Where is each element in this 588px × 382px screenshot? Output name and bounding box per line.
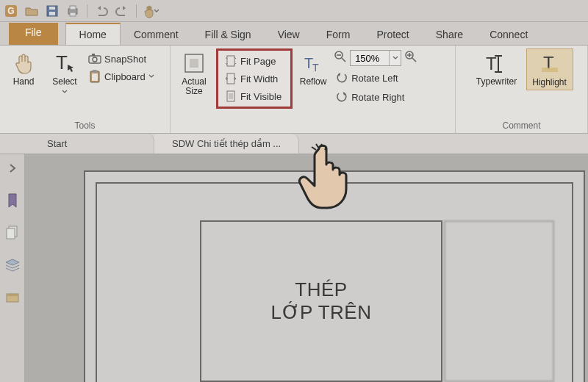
group-view-label	[175, 120, 451, 132]
tab-fill-sign[interactable]: Fill & Sign	[192, 24, 265, 45]
chevron-down-icon	[148, 74, 154, 79]
hand-label: Hand	[13, 77, 35, 87]
page: THÉP LỚP TRÊN	[84, 170, 585, 382]
sidebar	[0, 154, 25, 382]
svg-rect-11	[92, 54, 95, 56]
title-line2: LỚP TRÊN	[271, 301, 372, 324]
tab-comment[interactable]: Comment	[121, 24, 192, 45]
tab-protect[interactable]: Protect	[363, 24, 422, 45]
fit-width-button[interactable]: Fit Width	[223, 71, 283, 86]
actual-size-label: Actual Size	[182, 77, 206, 96]
page-frame: THÉP LỚP TRÊN	[96, 182, 573, 382]
group-tools: Hand T Select SnapShot Clipboard	[0, 46, 171, 133]
svg-rect-20	[229, 93, 233, 99]
hand-mode-icon[interactable]	[143, 3, 159, 19]
actual-size-button[interactable]: Actual Size	[175, 48, 213, 98]
quick-access-toolbar: G	[0, 0, 588, 22]
fit-visible-icon	[224, 90, 237, 103]
svg-text:T: T	[486, 54, 497, 73]
group-comment: T Typewriter T Highlight Comment	[456, 46, 588, 133]
select-icon: T	[52, 51, 77, 76]
svg-rect-14	[92, 73, 98, 81]
tab-home[interactable]: Home	[65, 23, 121, 45]
camera-icon	[88, 52, 101, 65]
svg-text:G: G	[7, 6, 14, 16]
fit-width-label: Fit Width	[240, 73, 278, 84]
pages-icon[interactable]	[4, 225, 21, 241]
svg-rect-3	[49, 12, 55, 15]
svg-point-10	[93, 57, 97, 62]
rotate-right-button[interactable]: Rotate Right	[334, 90, 417, 104]
chevron-down-icon[interactable]	[389, 51, 401, 65]
sidebar-expand-icon[interactable]	[4, 160, 21, 176]
select-button[interactable]: T Select	[46, 48, 84, 98]
rotate-left-icon	[335, 71, 348, 84]
bookmark-icon[interactable]	[4, 192, 21, 209]
group-tools-label: Tools	[4, 120, 165, 132]
ribbon: Hand T Select SnapShot Clipboard	[0, 46, 588, 134]
doctab-document[interactable]: SDW Chi tiết thép dầm ...	[154, 134, 299, 154]
svg-rect-26	[498, 57, 499, 71]
clipboard-label: Clipboard	[104, 71, 146, 82]
tab-view[interactable]: View	[265, 24, 313, 45]
save-icon[interactable]	[44, 3, 60, 19]
hand-icon	[11, 51, 36, 76]
fit-visible-button[interactable]: Fit Visible	[223, 89, 283, 104]
rotate-left-button[interactable]: Rotate Left	[334, 71, 417, 85]
rotate-left-label: Rotate Left	[351, 73, 398, 84]
tab-form[interactable]: Form	[313, 24, 364, 45]
fit-visible-label: Fit Visible	[240, 91, 282, 102]
document-canvas[interactable]: THÉP LỚP TRÊN	[25, 154, 588, 382]
fit-page-icon	[224, 54, 237, 68]
undo-icon[interactable]	[93, 3, 110, 19]
print-icon[interactable]	[65, 3, 81, 19]
app-logo-icon: G	[3, 3, 19, 19]
svg-rect-17	[227, 56, 234, 66]
highlight-label: Highlight	[532, 78, 567, 87]
svg-rect-30	[542, 68, 558, 72]
svg-text:T: T	[56, 51, 68, 73]
svg-rect-13	[93, 70, 97, 73]
drawing-title-block: THÉP LỚP TRÊN	[200, 220, 442, 382]
doctab-start[interactable]: Start	[29, 134, 154, 154]
tab-connect[interactable]: Connect	[476, 24, 541, 45]
open-icon[interactable]	[24, 3, 40, 19]
snapshot-button[interactable]: SnapShot	[87, 51, 156, 66]
svg-rect-7	[70, 12, 76, 16]
tab-file[interactable]: File	[9, 23, 58, 45]
rotate-right-label: Rotate Right	[351, 92, 404, 103]
svg-rect-32	[7, 228, 15, 239]
svg-rect-18	[227, 73, 234, 84]
redo-icon[interactable]	[114, 3, 130, 19]
highlight-button[interactable]: T Highlight	[526, 48, 573, 90]
actual-size-icon	[182, 51, 207, 76]
svg-rect-16	[190, 59, 198, 68]
ribbon-tabs: File Home Comment Fill & Sign View Form …	[0, 22, 588, 46]
zoom-value: 150%	[351, 53, 389, 64]
typewriter-button[interactable]: T Typewriter	[470, 48, 523, 89]
layers-icon[interactable]	[4, 257, 21, 273]
svg-text:T: T	[312, 62, 319, 73]
clipboard-button[interactable]: Clipboard	[87, 69, 156, 84]
attachments-icon[interactable]	[4, 289, 21, 306]
reflow-button[interactable]: TT Reflow	[295, 48, 331, 89]
group-view: Actual Size Fit Page Fit Width Fit Visib…	[171, 46, 456, 133]
highlight-icon: T	[537, 51, 562, 76]
reflow-icon: TT	[301, 51, 326, 76]
fit-page-button[interactable]: Fit Page	[223, 54, 283, 68]
typewriter-icon: T	[484, 51, 509, 76]
clipboard-icon	[88, 70, 101, 83]
rotate-right-icon	[335, 90, 348, 104]
typewriter-label: Typewriter	[476, 77, 517, 87]
svg-rect-28	[495, 71, 502, 73]
tab-share[interactable]: Share	[423, 24, 476, 45]
zoom-combo[interactable]: 150%	[350, 50, 401, 66]
svg-rect-6	[70, 6, 76, 10]
hand-button[interactable]: Hand	[4, 48, 43, 89]
zoom-in-icon[interactable]	[404, 50, 417, 66]
workspace: THÉP LỚP TRÊN	[0, 154, 588, 382]
fit-width-icon	[224, 72, 237, 85]
document-tabs: Start SDW Chi tiết thép dầm ...	[0, 134, 588, 154]
zoom-out-icon[interactable]	[334, 50, 347, 66]
fit-page-label: Fit Page	[240, 56, 276, 67]
